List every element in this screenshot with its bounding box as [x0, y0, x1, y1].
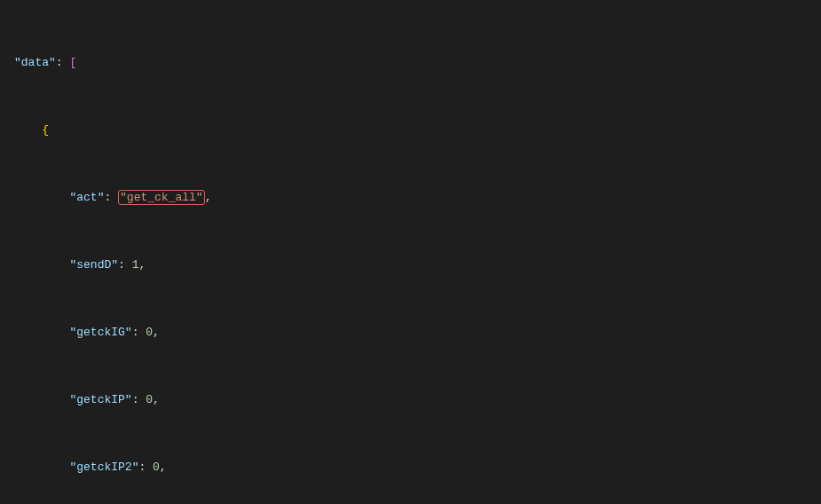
json-number: 0 — [153, 461, 160, 474]
json-key: "data" — [14, 56, 56, 69]
code-editor[interactable]: "data": [ { "act": "get_ck_all", "sendD"… — [0, 0, 821, 504]
code-line[interactable]: "act": "get_ck_all", — [14, 189, 821, 206]
code-line[interactable]: "sendD": 1, — [14, 256, 821, 273]
code-line[interactable]: "getckIG": 0, — [14, 324, 821, 341]
json-key: "getckIG" — [69, 326, 131, 339]
json-key: "getckIP" — [69, 393, 131, 406]
json-number: 0 — [146, 393, 153, 406]
code-line[interactable]: "data": [ — [14, 54, 821, 71]
code-line[interactable]: "getckIP2": 0, — [14, 459, 821, 476]
code-line[interactable]: "getckIP": 0, — [14, 391, 821, 408]
json-key: "act" — [69, 191, 104, 204]
json-key: "getckIP2" — [69, 461, 138, 474]
code-line[interactable]: { — [14, 122, 821, 138]
highlight-box: "get_ck_all" — [118, 190, 205, 205]
json-number: 0 — [146, 326, 153, 339]
json-key: "sendD" — [69, 258, 118, 272]
